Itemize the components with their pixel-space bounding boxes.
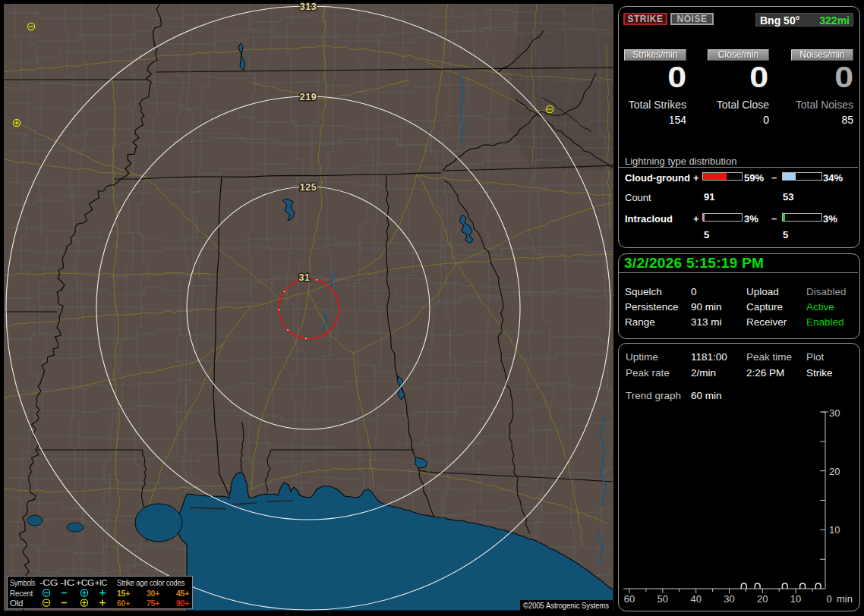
svg-text:45+: 45+: [176, 589, 189, 598]
svg-text:0: 0: [826, 593, 831, 605]
svg-text:125: 125: [300, 182, 317, 193]
svg-text:90+: 90+: [176, 599, 189, 608]
svg-text:31: 31: [299, 272, 311, 283]
svg-text:15+: 15+: [117, 589, 130, 598]
svg-text:75+: 75+: [147, 599, 159, 608]
svg-text:10: 10: [790, 593, 801, 605]
svg-text:-CG: -CG: [39, 578, 58, 587]
svg-text:10: 10: [829, 524, 840, 536]
svg-text:+IC: +IC: [95, 578, 108, 587]
svg-text:313: 313: [300, 2, 317, 12]
svg-text:Old: Old: [10, 599, 23, 608]
svg-text:20: 20: [757, 593, 768, 605]
svg-text:Symbols: Symbols: [10, 578, 35, 587]
svg-text:+CG: +CG: [76, 578, 94, 587]
svg-text:©2005 Astrogenic Systems: ©2005 Astrogenic Systems: [523, 601, 609, 610]
svg-text:min: min: [837, 593, 853, 605]
svg-text:Recent: Recent: [10, 589, 33, 598]
svg-text:60: 60: [624, 593, 635, 605]
svg-text:30: 30: [724, 593, 734, 605]
svg-text:40: 40: [690, 593, 701, 605]
svg-text:30+: 30+: [147, 589, 159, 598]
svg-text:Strike age color codes: Strike age color codes: [117, 578, 184, 587]
svg-text:30: 30: [829, 407, 840, 419]
svg-text:219: 219: [300, 92, 317, 102]
svg-text:60+: 60+: [117, 599, 130, 608]
svg-text:20: 20: [829, 466, 840, 477]
svg-text:-IC: -IC: [60, 578, 75, 587]
svg-text:50: 50: [657, 593, 668, 605]
